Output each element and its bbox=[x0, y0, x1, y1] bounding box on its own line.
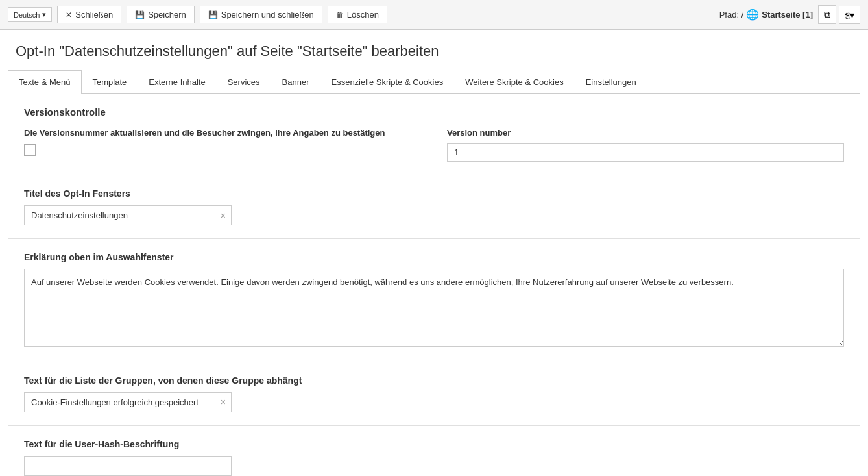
toolbar-right: Pfad: / 🌐 Startseite [1] ⧉ ⎘ ▾ bbox=[719, 5, 860, 24]
chevron-down-icon: ▾ bbox=[42, 10, 46, 19]
tab-banner[interactable]: Banner bbox=[271, 70, 320, 94]
external-link-icon: ⧉ bbox=[824, 9, 830, 20]
explanation-label: Erklärung oben im Auswahlfenster bbox=[24, 252, 844, 262]
tab-template-label: Template bbox=[93, 77, 127, 87]
version-left: Die Versionsnummer aktualisieren und die… bbox=[24, 128, 421, 156]
tab-weitere-skripte-label: Weitere Skripte & Cookies bbox=[465, 77, 564, 87]
userhash-section: Text für die User-Hash-Beschriftung bbox=[8, 426, 860, 477]
save-button[interactable]: 💾 Speichern bbox=[127, 6, 195, 23]
tab-einstellungen-label: Einstellungen bbox=[586, 77, 636, 87]
optin-title-section: Titel des Opt-In Fensters × bbox=[8, 175, 860, 239]
language-selector[interactable]: Deutsch ▾ bbox=[8, 7, 52, 22]
optin-title-label: Titel des Opt-In Fensters bbox=[24, 188, 844, 199]
version-number-input[interactable] bbox=[447, 143, 844, 162]
version-section-title: Versionskontrolle bbox=[24, 106, 844, 118]
optin-title-input-wrap: × bbox=[24, 205, 232, 225]
save-close-label: Speichern und schließen bbox=[221, 10, 314, 19]
save-icon: 💾 bbox=[135, 10, 145, 19]
close-icon: ✕ bbox=[66, 10, 72, 19]
tab-essenzielle-skripte-label: Essenzielle Skripte & Cookies bbox=[331, 77, 443, 87]
tab-services-label: Services bbox=[228, 77, 260, 87]
groups-clear-button[interactable]: × bbox=[215, 394, 231, 410]
save-label: Speichern bbox=[148, 10, 186, 19]
tab-essenzielle-skripte[interactable]: Essenzielle Skripte & Cookies bbox=[320, 70, 454, 94]
groups-section: Text für die Liste der Gruppen, von dene… bbox=[8, 362, 860, 426]
groups-label: Text für die Liste der Gruppen, von dene… bbox=[24, 375, 844, 386]
tab-texte-menue-label: Texte & Menü bbox=[19, 77, 71, 87]
explanation-textarea[interactable] bbox=[24, 269, 844, 347]
path-prefix: Pfad: / bbox=[719, 10, 744, 19]
optin-title-input[interactable] bbox=[25, 206, 215, 225]
tab-banner-label: Banner bbox=[282, 77, 309, 87]
userhash-input-wrap bbox=[24, 456, 232, 476]
version-update-label: Die Versionsnummer aktualisieren und die… bbox=[24, 128, 421, 138]
tab-weitere-skripte[interactable]: Weitere Skripte & Cookies bbox=[454, 70, 575, 94]
tab-texte-menue[interactable]: Texte & Menü bbox=[8, 70, 82, 94]
userhash-label: Text für die User-Hash-Beschriftung bbox=[24, 439, 844, 449]
share-button[interactable]: ⎘ ▾ bbox=[839, 6, 860, 24]
delete-label: Löschen bbox=[347, 10, 379, 19]
content-area: Versionskontrolle Die Versionsnummer akt… bbox=[8, 94, 860, 476]
external-link-button[interactable]: ⧉ bbox=[818, 5, 836, 24]
share-icon: ⎘ bbox=[845, 10, 850, 20]
delete-button[interactable]: 🗑 Löschen bbox=[328, 6, 387, 23]
tab-services[interactable]: Services bbox=[217, 70, 271, 94]
save-close-button[interactable]: 💾 Speichern und schließen bbox=[200, 6, 322, 23]
userhash-input[interactable] bbox=[25, 457, 231, 475]
language-label: Deutsch bbox=[14, 11, 40, 19]
breadcrumb: Pfad: / 🌐 Startseite [1] bbox=[719, 8, 813, 21]
version-checkbox[interactable] bbox=[24, 144, 36, 156]
toolbar-left: Deutsch ▾ ✕ Schließen 💾 Speichern 💾 Spei… bbox=[8, 6, 387, 23]
tab-externe-inhalte[interactable]: Externe Inhalte bbox=[138, 70, 216, 94]
tab-template[interactable]: Template bbox=[82, 70, 138, 94]
trash-icon: 🗑 bbox=[336, 10, 344, 19]
globe-icon: 🌐 bbox=[746, 8, 759, 21]
version-right: Version number bbox=[447, 128, 844, 162]
save-close-icon: 💾 bbox=[208, 10, 218, 19]
close-label: Schließen bbox=[75, 10, 113, 19]
groups-input[interactable] bbox=[25, 393, 215, 412]
path-page: Startseite [1] bbox=[762, 10, 813, 19]
tabs: Texte & Menü Template Externe Inhalte Se… bbox=[8, 70, 860, 94]
action-icons: ⧉ ⎘ ▾ bbox=[818, 5, 860, 24]
explanation-section: Erklärung oben im Auswahlfenster bbox=[8, 239, 860, 362]
close-button[interactable]: ✕ Schließen bbox=[57, 6, 121, 23]
version-row: Die Versionsnummer aktualisieren und die… bbox=[24, 128, 844, 162]
toolbar: Deutsch ▾ ✕ Schließen 💾 Speichern 💾 Spei… bbox=[0, 0, 868, 30]
version-section: Versionskontrolle Die Versionsnummer akt… bbox=[8, 94, 860, 175]
page-title: Opt-In "Datenschutzeinstellungen" auf Se… bbox=[0, 30, 868, 70]
optin-title-clear-button[interactable]: × bbox=[215, 208, 231, 223]
share-chevron: ▾ bbox=[850, 10, 854, 20]
tab-einstellungen[interactable]: Einstellungen bbox=[575, 70, 647, 94]
tab-externe-inhalte-label: Externe Inhalte bbox=[149, 77, 205, 87]
version-checkbox-wrap bbox=[24, 144, 421, 156]
groups-input-wrap: × bbox=[24, 392, 232, 412]
version-number-label: Version number bbox=[447, 128, 844, 138]
